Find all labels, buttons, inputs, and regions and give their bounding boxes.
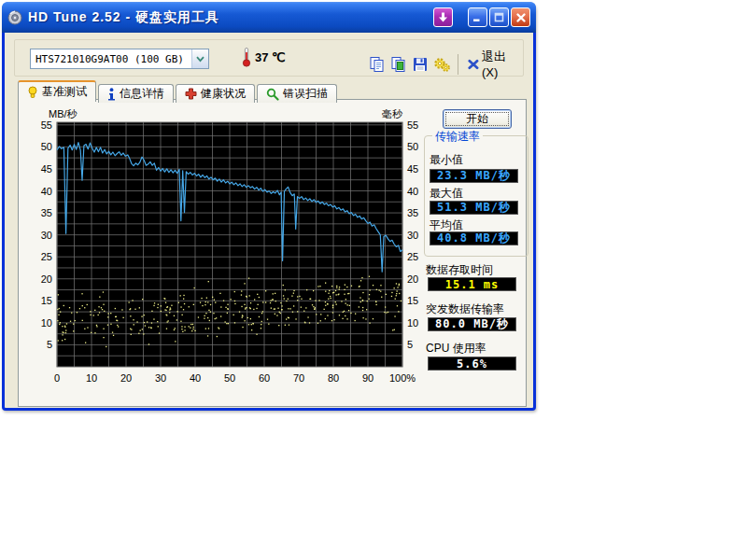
maximize-button[interactable] <box>489 7 509 27</box>
svg-text:10: 10 <box>41 317 52 329</box>
maximize-icon <box>494 12 504 22</box>
cpu-usage-display: 5.6% <box>428 357 516 371</box>
tab-strip: 基准测试 信息详情 健康状况 错误扫描 <box>18 80 339 102</box>
desktop: HD Tune 2.52 - 硬盘实用工具 <box>0 0 747 560</box>
svg-text:5: 5 <box>47 339 52 350</box>
tab-info[interactable]: 信息详情 <box>98 84 174 103</box>
drive-select[interactable]: HTS721010G9AT00 (100 GB) <box>30 49 209 69</box>
benchmark-panel: 5555505045454040353530302525202015151010… <box>18 99 527 407</box>
svg-text:25: 25 <box>407 251 418 262</box>
svg-text:30: 30 <box>407 230 418 241</box>
svg-text:35: 35 <box>41 207 52 218</box>
toolbar: HTS721010G9AT00 (100 GB) 37 ℃ <box>14 39 524 77</box>
exit-button[interactable]: 退出(X) <box>463 47 523 81</box>
svg-text:70: 70 <box>293 372 304 384</box>
svg-text:60: 60 <box>259 372 270 384</box>
min-value-display: 23.3 MB/秒 <box>430 169 518 183</box>
svg-text:50: 50 <box>41 141 52 152</box>
temperature-value: 37 ℃ <box>255 50 286 64</box>
scan-magnifier-icon <box>266 88 279 101</box>
access-time-display: 15.1 ms <box>428 277 516 291</box>
svg-text:50: 50 <box>407 141 418 152</box>
app-icon <box>7 10 22 25</box>
svg-text:30: 30 <box>41 230 52 241</box>
exit-x-icon <box>467 58 480 71</box>
svg-text:20: 20 <box>41 273 52 285</box>
burst-rate-label: 突发数据传输率 <box>426 301 504 317</box>
svg-text:30: 30 <box>155 372 166 384</box>
close-button[interactable] <box>511 7 530 27</box>
settings-button[interactable] <box>431 52 453 76</box>
svg-text:55: 55 <box>407 119 418 131</box>
info-icon <box>107 88 116 101</box>
benchmark-bulb-icon <box>27 86 38 99</box>
svg-text:90: 90 <box>362 372 374 384</box>
svg-text:25: 25 <box>41 251 52 262</box>
tab-error-scan[interactable]: 错误扫描 <box>257 84 337 103</box>
drive-select-dropdown-button[interactable] <box>191 49 208 68</box>
svg-text:20: 20 <box>407 273 418 285</box>
minimize-icon <box>472 12 483 22</box>
avg-value-display: 40.8 MB/秒 <box>430 231 518 245</box>
svg-text:45: 45 <box>407 163 418 175</box>
exit-button-label: 退出(X) <box>482 49 519 79</box>
download-update-button[interactable] <box>433 7 453 27</box>
svg-text:55: 55 <box>41 119 52 131</box>
toolbar-buttons: 退出(X) <box>366 47 523 81</box>
svg-text:35: 35 <box>407 207 418 218</box>
temperature-indicator: 37 ℃ <box>242 47 286 67</box>
svg-text:20: 20 <box>120 372 132 384</box>
svg-text:45: 45 <box>41 163 52 175</box>
download-arrow-icon <box>437 11 449 23</box>
hd-tune-window: HD Tune 2.52 - 硬盘实用工具 <box>2 2 536 411</box>
drive-select-value: HTS721010G9AT00 (100 GB) <box>31 53 191 65</box>
burst-rate-display: 80.0 MB/秒 <box>428 317 516 331</box>
titlebar[interactable]: HD Tune 2.52 - 硬盘实用工具 <box>2 2 536 33</box>
health-cross-icon <box>185 88 197 100</box>
transfer-rate-group-title: 传输速率 <box>432 129 483 145</box>
copy-image-icon <box>390 56 407 73</box>
svg-text:毫秒: 毫秒 <box>382 109 403 119</box>
svg-text:15: 15 <box>41 295 52 306</box>
close-icon <box>515 12 527 23</box>
svg-text:0: 0 <box>54 372 60 384</box>
svg-text:5: 5 <box>407 339 413 350</box>
window-title: HD Tune 2.52 - 硬盘实用工具 <box>28 9 431 26</box>
tab-health[interactable]: 健康状况 <box>176 84 255 103</box>
benchmark-chart: 5555505045454040353530302525202015151010… <box>32 109 424 389</box>
svg-text:15: 15 <box>407 295 418 306</box>
chevron-down-icon <box>196 56 204 63</box>
tab-benchmark-label: 基准测试 <box>42 84 87 100</box>
svg-text:100%: 100% <box>389 372 416 384</box>
thermometer-icon <box>242 47 251 67</box>
svg-text:40: 40 <box>407 186 418 197</box>
svg-text:40: 40 <box>41 186 52 197</box>
svg-text:10: 10 <box>407 317 418 329</box>
svg-text:50: 50 <box>224 372 235 384</box>
access-time-label: 数据存取时间 <box>426 262 493 278</box>
save-button[interactable] <box>410 52 431 76</box>
svg-text:40: 40 <box>190 372 201 384</box>
tab-health-label: 健康状况 <box>201 86 246 102</box>
settings-gears-icon <box>433 56 451 73</box>
copy-image-button[interactable] <box>388 52 409 76</box>
max-value-display: 51.3 MB/秒 <box>430 201 518 215</box>
svg-text:MB/秒: MB/秒 <box>49 109 78 119</box>
svg-text:80: 80 <box>328 372 339 384</box>
tab-error-scan-label: 错误扫描 <box>283 86 328 102</box>
save-icon <box>412 56 429 73</box>
copy-button[interactable] <box>366 52 388 76</box>
min-label: 最小值 <box>430 152 463 168</box>
copy-icon <box>369 56 386 73</box>
cpu-usage-label: CPU 使用率 <box>426 341 486 357</box>
minimize-button[interactable] <box>468 7 487 27</box>
tab-info-label: 信息详情 <box>120 86 164 102</box>
start-button[interactable]: 开始 <box>443 109 512 129</box>
svg-text:10: 10 <box>86 372 97 384</box>
tab-benchmark[interactable]: 基准测试 <box>18 80 96 102</box>
toolbar-separator <box>458 54 458 75</box>
